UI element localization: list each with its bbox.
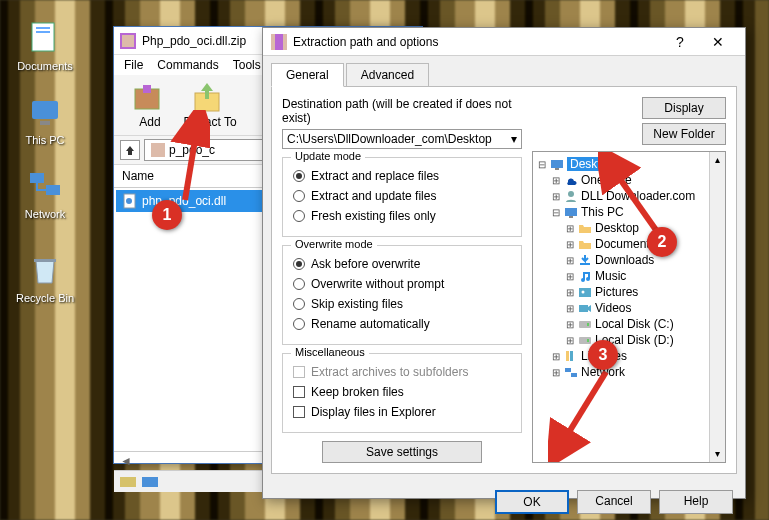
callout-3: 3 <box>588 340 618 370</box>
cb-label: Display files in Explorer <box>311 405 436 419</box>
desktop-icon-network[interactable]: Network <box>10 166 80 220</box>
new-folder-button[interactable]: New Folder <box>642 123 726 145</box>
toolbar-add[interactable]: Add <box>120 79 180 131</box>
disk-icon <box>578 333 592 347</box>
videos-icon <box>578 301 592 315</box>
help-button[interactable]: ? <box>661 34 699 50</box>
expand-icon[interactable]: ⊞ <box>565 303 575 314</box>
desktop-icon-thispc[interactable]: This PC <box>10 92 80 146</box>
tree-item-local-disk-d-[interactable]: ⊞Local Disk (D:) <box>537 332 721 348</box>
cb-label: Extract archives to subfolders <box>311 365 468 379</box>
net-icon <box>564 365 578 379</box>
radio-icon <box>293 210 305 222</box>
menu-commands[interactable]: Commands <box>157 58 218 72</box>
icon-label: Network <box>10 208 80 220</box>
tab-strip: General Advanced <box>263 56 745 86</box>
radio-extract-replace[interactable]: Extract and replace files <box>293 166 511 186</box>
expand-icon[interactable]: ⊞ <box>565 223 575 234</box>
update-mode-group: Update mode Extract and replace files Ex… <box>282 157 522 237</box>
svg-rect-20 <box>551 160 563 168</box>
checkbox-icon <box>293 386 305 398</box>
up-button[interactable] <box>120 140 140 160</box>
scroll-up-icon[interactable]: ▴ <box>710 152 725 168</box>
cb-display-explorer[interactable]: Display files in Explorer <box>293 402 511 422</box>
tree-label: Downloads <box>595 253 654 267</box>
expand-icon[interactable]: ⊞ <box>565 239 575 250</box>
radio-skip-existing[interactable]: Skip existing files <box>293 294 511 314</box>
tree-item-music[interactable]: ⊞Music <box>537 268 721 284</box>
toolbar-label: Add <box>122 115 178 129</box>
tree-item-network[interactable]: ⊞Network <box>537 364 721 380</box>
dialog-title-bar[interactable]: Extraction path and options ? ✕ <box>263 28 745 56</box>
tree-item-desktop[interactable]: ⊞Desktop <box>537 220 721 236</box>
radio-label: Skip existing files <box>311 297 403 311</box>
tree-item-onedrive[interactable]: ⊞OneDrive <box>537 172 721 188</box>
folder-icon <box>578 221 592 235</box>
svg-rect-25 <box>579 288 591 297</box>
radio-ask-before[interactable]: Ask before overwrite <box>293 254 511 274</box>
radio-extract-update[interactable]: Extract and update files <box>293 186 511 206</box>
expand-icon[interactable]: ⊞ <box>551 175 561 186</box>
toolbar-extractto[interactable]: Extract To <box>180 79 240 131</box>
svg-rect-32 <box>566 351 569 361</box>
svg-rect-35 <box>571 373 577 377</box>
svg-rect-2 <box>36 31 50 33</box>
close-button[interactable]: ✕ <box>699 34 737 50</box>
lib-icon <box>564 349 578 363</box>
tree-item-videos[interactable]: ⊞Videos <box>537 300 721 316</box>
tree-item-desktop[interactable]: ⊟Desktop <box>537 156 721 172</box>
pc-icon <box>25 92 65 132</box>
folder-tree[interactable]: ⊟Desktop⊞OneDrive⊞DLL Downloader.com⊟Thi… <box>532 151 726 463</box>
tree-item-libraries[interactable]: ⊞Libraries <box>537 348 721 364</box>
svg-rect-34 <box>565 368 571 372</box>
radio-rename-auto[interactable]: Rename automatically <box>293 314 511 334</box>
radio-label: Rename automatically <box>311 317 430 331</box>
tree-item-pictures[interactable]: ⊞Pictures <box>537 284 721 300</box>
tab-advanced[interactable]: Advanced <box>346 63 429 87</box>
expand-icon[interactable]: ⊞ <box>565 335 575 346</box>
scrollbar[interactable]: ▴ ▾ <box>709 152 725 462</box>
cb-keep-broken[interactable]: Keep broken files <box>293 382 511 402</box>
radio-label: Ask before overwrite <box>311 257 420 271</box>
extractto-icon <box>191 81 229 113</box>
destination-combo[interactable]: C:\Users\DllDownloader_com\Desktop ▾ <box>282 129 522 149</box>
save-settings-button[interactable]: Save settings <box>322 441 482 463</box>
desktop-icon-documents[interactable]: Documents <box>10 18 80 72</box>
right-column: Display New Folder ⊟Desktop⊞OneDrive⊞DLL… <box>532 97 726 463</box>
expand-icon[interactable]: ⊟ <box>537 159 547 170</box>
expand-icon[interactable]: ⊞ <box>565 255 575 266</box>
recyclebin-icon <box>25 250 65 290</box>
desktop-icon-recyclebin[interactable]: Recycle Bin <box>10 250 80 304</box>
radio-overwrite-noprompt[interactable]: Overwrite without prompt <box>293 274 511 294</box>
tree-item-documents[interactable]: ⊞Documents <box>537 236 721 252</box>
expand-icon[interactable]: ⊞ <box>565 319 575 330</box>
tree-item-downloads[interactable]: ⊞Downloads <box>537 252 721 268</box>
expand-icon[interactable]: ⊞ <box>551 367 561 378</box>
svg-rect-5 <box>30 173 44 183</box>
expand-icon[interactable]: ⊞ <box>565 287 575 298</box>
svg-point-26 <box>582 291 585 294</box>
display-button[interactable]: Display <box>642 97 726 119</box>
tab-general[interactable]: General <box>271 63 344 87</box>
scroll-down-icon[interactable]: ▾ <box>710 446 725 462</box>
status-icon-2 <box>142 475 158 489</box>
help-button[interactable]: Help <box>659 490 733 514</box>
menu-file[interactable]: File <box>124 58 143 72</box>
expand-icon[interactable]: ⊞ <box>551 351 561 362</box>
svg-rect-1 <box>36 27 50 29</box>
radio-fresh-only[interactable]: Fresh existing files only <box>293 206 511 226</box>
expand-icon[interactable]: ⊟ <box>551 207 561 218</box>
expand-icon[interactable]: ⊞ <box>565 271 575 282</box>
cancel-button[interactable]: Cancel <box>577 490 651 514</box>
menu-tools[interactable]: Tools <box>233 58 261 72</box>
expand-icon[interactable]: ⊞ <box>551 191 561 202</box>
tree-item-local-disk-c-[interactable]: ⊞Local Disk (C:) <box>537 316 721 332</box>
ok-button[interactable]: OK <box>495 490 569 514</box>
tree-label: DLL Downloader.com <box>581 189 695 203</box>
tree-item-this-pc[interactable]: ⊟This PC <box>537 204 721 220</box>
svg-rect-23 <box>565 208 577 216</box>
cb-extract-subfolders[interactable]: Extract archives to subfolders <box>293 362 511 382</box>
tree-item-dll-downloader-com[interactable]: ⊞DLL Downloader.com <box>537 188 721 204</box>
svg-rect-6 <box>46 185 60 195</box>
radio-label: Fresh existing files only <box>311 209 436 223</box>
